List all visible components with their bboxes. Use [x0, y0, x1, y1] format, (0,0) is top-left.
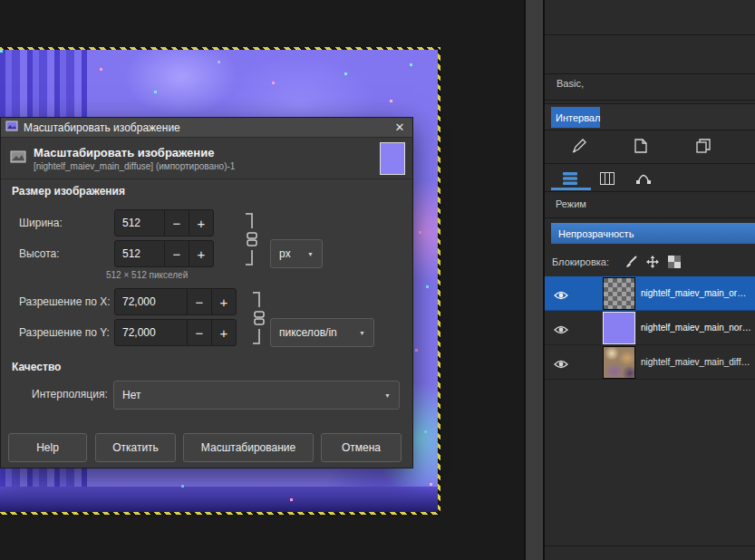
height-label: Высота: [19, 240, 60, 267]
height-increment-button[interactable]: + [189, 241, 213, 266]
chevron-down-icon: ▼ [350, 330, 365, 336]
divider [545, 34, 755, 35]
size-chain-icon[interactable] [238, 210, 258, 272]
opacity-label: Непрозрачность [558, 228, 634, 239]
lock-alpha-icon[interactable] [668, 256, 681, 272]
layer-row[interactable]: nightelf_maiev_main_orm.dds [545, 276, 755, 311]
scale-image-dialog: Масштабировать изображение ✕ Масштабиров… [0, 117, 413, 468]
interpolation-value: Нет [122, 389, 140, 401]
visibility-eye-icon[interactable] [554, 357, 568, 373]
resolution-x-input[interactable]: 72,000 [115, 289, 187, 314]
brush-spacing-fill: Интервал [551, 107, 600, 128]
brush-spacing-slider[interactable]: Интервал [545, 103, 755, 130]
width-decrement-button[interactable]: − [164, 210, 189, 236]
divider [545, 163, 755, 164]
pixel-size-hint: 512 × 512 пикселей [106, 270, 188, 280]
width-increment-button[interactable]: + [189, 210, 213, 236]
help-button[interactable]: Help [8, 433, 87, 462]
mode-label: Режим [556, 198, 586, 209]
dialog-header: Масштабировать изображение [nightelf_mai… [1, 138, 412, 179]
right-dock: Basic, Интервал Режим [545, 0, 755, 560]
divider [545, 73, 755, 74]
resolution-x-increment-button[interactable]: + [211, 289, 236, 314]
duplicate-brush-button[interactable] [694, 137, 712, 155]
layer-row[interactable]: nightelf_maiev_main_norma [545, 311, 755, 345]
resolution-y-decrement-button[interactable]: − [187, 320, 211, 345]
layer-thumbnail[interactable] [603, 346, 635, 379]
edit-brush-button[interactable] [570, 137, 588, 155]
lock-position-icon[interactable] [646, 256, 659, 272]
texture-bottom-band [0, 487, 438, 512]
height-spinner: 512 − + [114, 240, 214, 267]
resolution-unit-dropdown[interactable]: пикселов/in ▼ [270, 318, 374, 347]
divider [545, 191, 755, 192]
lock-pixels-icon[interactable] [624, 256, 637, 272]
resolution-y-label: Разрешение по Y: [19, 319, 110, 346]
image-icon [10, 149, 26, 169]
opacity-slider[interactable]: Непрозрачность [551, 223, 755, 244]
layer-name[interactable]: nightelf_maiev_main_orm.dds [641, 276, 753, 311]
resolution-chain-icon[interactable] [246, 289, 266, 351]
divider [545, 100, 755, 101]
new-brush-button[interactable] [632, 137, 650, 155]
channels-icon [600, 172, 615, 185]
layer-row[interactable]: nightelf_maiev_main_diffuse.d [545, 345, 755, 380]
lock-row: Блокировка: [545, 254, 755, 274]
resolution-y-spinner: 72,000 − + [114, 319, 237, 346]
spacing-label: Интервал [556, 112, 600, 123]
scale-dialog-icon [5, 120, 18, 136]
brush-name-label: Basic, [557, 78, 584, 89]
layer-name[interactable]: nightelf_maiev_main_norma [641, 311, 753, 345]
width-spinner: 512 − + [114, 209, 214, 237]
dialog-header-title: Масштабировать изображение [34, 146, 235, 159]
size-section-label: Размер изображения [12, 185, 125, 198]
gimp-window: Масштабировать изображение ✕ Масштабиров… [0, 0, 755, 560]
layers-icon [563, 172, 577, 185]
dock-splitter[interactable] [524, 0, 545, 560]
resolution-x-decrement-button[interactable]: − [187, 289, 211, 314]
chevron-down-icon: ▼ [375, 392, 391, 399]
tab-channels[interactable] [595, 169, 619, 188]
size-unit-dropdown[interactable]: px ▼ [270, 239, 323, 268]
resolution-x-label: Разрешение по X: [19, 288, 110, 315]
layer-thumbnail[interactable] [603, 277, 635, 310]
dialog-header-text: Масштабировать изображение [nightelf_mai… [34, 146, 235, 171]
close-icon[interactable]: ✕ [392, 121, 408, 134]
interpolation-label: Интерполяция: [32, 381, 108, 408]
size-unit-value: px [279, 247, 291, 260]
visibility-eye-icon[interactable] [554, 323, 568, 339]
paths-icon [636, 172, 651, 185]
quality-section-label: Качество [12, 361, 61, 373]
dialog-title: Масштабировать изображение [24, 121, 386, 134]
texture-sparkles [0, 50, 3, 53]
height-input[interactable]: 512 [115, 241, 164, 266]
tab-layers[interactable] [558, 169, 582, 188]
resolution-unit-value: пикселов/in [279, 326, 337, 339]
visibility-eye-icon[interactable] [554, 288, 568, 304]
layer-name[interactable]: nightelf_maiev_main_diffuse.d [641, 345, 753, 380]
dialog-titlebar[interactable]: Масштабировать изображение ✕ [1, 118, 412, 138]
height-decrement-button[interactable]: − [164, 241, 189, 266]
tab-paths[interactable] [632, 169, 655, 188]
width-label: Ширина: [19, 209, 63, 237]
resolution-y-increment-button[interactable]: + [211, 320, 236, 345]
image-preview-thumbnail [380, 142, 405, 175]
cancel-button[interactable]: Отмена [321, 433, 402, 462]
scale-button[interactable]: Масштабирование [183, 433, 314, 462]
layer-thumbnail[interactable] [603, 312, 635, 344]
width-input[interactable]: 512 [115, 210, 164, 236]
chevron-down-icon: ▼ [298, 251, 314, 257]
divider [545, 217, 755, 218]
reset-button[interactable]: Откатить [95, 433, 176, 462]
active-tab-indicator [551, 188, 591, 190]
resolution-x-spinner: 72,000 − + [114, 288, 237, 315]
interpolation-dropdown[interactable]: Нет ▼ [113, 381, 400, 410]
divider [545, 546, 755, 546]
dialog-header-subtitle: [nightelf_maiev_main_diffuse] (импортиро… [34, 161, 235, 171]
lock-label: Блокировка: [552, 256, 609, 267]
resolution-y-input[interactable]: 72,000 [115, 320, 187, 345]
